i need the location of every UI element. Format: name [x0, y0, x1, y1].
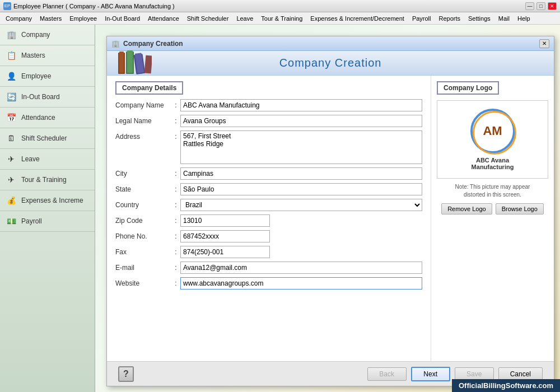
phone-label: Phone No. — [115, 230, 171, 240]
brand-text: OfficialBillingSoftware.com — [459, 381, 553, 390]
sidebar-item-employee[interactable]: 👤 Employee — [0, 66, 95, 87]
sidebar-item-attendance[interactable]: 📅 Attendance — [0, 108, 95, 128]
window-controls: — □ ✕ — [525, 2, 557, 10]
company-name-input[interactable] — [180, 99, 422, 111]
dialog-body: Company Details Company Name : Legal Nam… — [107, 76, 554, 361]
fax-row: Fax : — [115, 246, 422, 258]
menu-tour[interactable]: Tour & Training — [258, 14, 306, 23]
brand-bar: OfficialBillingSoftware.com — [452, 379, 560, 392]
city-input[interactable] — [180, 167, 422, 180]
dialog-header: Company Creation — [107, 51, 554, 76]
title-bar: EP Employee Planner ( Company - ABC Avan… — [0, 0, 560, 12]
menu-masters[interactable]: Masters — [36, 14, 65, 23]
sidebar-label-tour: Tour & Training — [21, 176, 67, 184]
dialog-title-bar: 🏢 Company Creation ✕ — [107, 36, 554, 51]
company-icon: 🏢 — [6, 29, 17, 40]
address-label: Address — [115, 130, 171, 141]
sidebar-item-inout[interactable]: 🔄 In-Out Board — [0, 87, 95, 108]
dialog-close-button[interactable]: ✕ — [539, 39, 549, 48]
menu-reports[interactable]: Reports — [436, 14, 464, 23]
email-input[interactable] — [180, 262, 422, 274]
address-row: Address : 567, First Street Rattles Ridg… — [115, 130, 422, 164]
company-name-label: Company Name — [115, 99, 171, 109]
main-layout: 🏢 Company 📋 Masters 👤 Employee 🔄 In-Out … — [0, 25, 560, 392]
address-input[interactable]: 567, First Street Rattles Ridge — [180, 130, 422, 164]
logo-note: Note: This picture may appeardistorted i… — [437, 183, 548, 199]
expenses-icon: 💰 — [6, 195, 17, 206]
menu-help[interactable]: Help — [514, 14, 534, 23]
country-select[interactable]: Brazil USA India — [180, 199, 422, 211]
sidebar-item-tour[interactable]: ✈ Tour & Training — [0, 170, 95, 190]
zip-code-label: Zip Code — [115, 214, 171, 225]
sidebar-item-payroll[interactable]: 💵 Payroll — [0, 211, 95, 232]
minimize-button[interactable]: — — [525, 2, 534, 10]
menu-expenses[interactable]: Expenses & Increment/Decrement — [307, 14, 408, 23]
menu-settings[interactable]: Settings — [465, 14, 494, 23]
leave-icon: ✈ — [6, 153, 17, 165]
state-label: State — [115, 183, 171, 193]
sidebar-label-shift: Shift Scheduler — [21, 134, 67, 142]
dialog-title-text: Company Creation — [123, 40, 183, 48]
svg-rect-3 — [127, 50, 133, 73]
state-input[interactable] — [180, 183, 422, 195]
sidebar-item-shift[interactable]: 🗓 Shift Scheduler — [0, 128, 95, 149]
menu-shift[interactable]: Shift Scheduler — [184, 14, 232, 23]
sidebar-label-leave: Leave — [21, 155, 40, 163]
company-name-row: Company Name : — [115, 99, 422, 111]
menu-bar: Company Masters Employee In-Out Board At… — [0, 12, 560, 25]
website-input[interactable] — [180, 277, 422, 290]
employee-icon: 👤 — [6, 71, 17, 82]
sidebar-item-leave[interactable]: ✈ Leave — [0, 149, 95, 170]
phone-row: Phone No. : — [115, 230, 422, 242]
zip-code-row: Zip Code : — [115, 214, 422, 227]
sidebar-label-payroll: Payroll — [21, 217, 42, 225]
save-button[interactable]: Save — [455, 367, 494, 381]
maximize-button[interactable]: □ — [536, 2, 545, 10]
close-button[interactable]: ✕ — [548, 2, 557, 10]
back-button[interactable]: Back — [367, 367, 407, 381]
menu-mail[interactable]: Mail — [495, 14, 513, 23]
sidebar-label-employee: Employee — [21, 72, 51, 80]
logo-buttons: Remove Logo Browse Logo — [437, 203, 548, 214]
dialog-icon: 🏢 — [111, 40, 120, 48]
shift-icon: 🗓 — [6, 133, 17, 144]
website-row: Website : — [115, 277, 422, 290]
menu-payroll[interactable]: Payroll — [409, 14, 435, 23]
dialog-header-icon — [118, 50, 152, 77]
phone-input[interactable] — [180, 230, 270, 242]
email-row: E-mail : — [115, 262, 422, 274]
fax-label: Fax — [115, 246, 171, 256]
logo-section-header: Company Logo — [437, 81, 499, 95]
legal-name-label: Legal Name — [115, 115, 171, 125]
fax-input[interactable] — [180, 246, 270, 258]
country-label: Country — [115, 199, 171, 209]
menu-company[interactable]: Company — [2, 14, 35, 23]
browse-logo-button[interactable]: Browse Logo — [496, 203, 544, 214]
sidebar-label-attendance: Attendance — [21, 114, 55, 122]
sidebar-label-expenses: Expenses & Increme — [21, 197, 83, 204]
menu-employee[interactable]: Employee — [66, 14, 100, 23]
masters-icon: 📋 — [6, 50, 17, 61]
menu-attendance[interactable]: Attendance — [144, 14, 183, 23]
form-panel: Company Details Company Name : Legal Nam… — [107, 76, 431, 361]
next-button[interactable]: Next — [411, 367, 450, 381]
menu-inout[interactable]: In-Out Board — [101, 14, 143, 23]
sidebar-item-masters[interactable]: 📋 Masters — [0, 45, 95, 66]
payroll-icon: 💵 — [6, 216, 17, 227]
legal-name-row: Legal Name : — [115, 115, 422, 127]
city-label: City — [115, 167, 171, 178]
website-label: Website — [115, 277, 171, 287]
cancel-button[interactable]: Cancel — [498, 367, 543, 381]
remove-logo-button[interactable]: Remove Logo — [441, 203, 492, 214]
sidebar-item-expenses[interactable]: 💰 Expenses & Increme — [0, 190, 95, 211]
logo-panel: Company Logo AM ABC AvanaManufacturing N… — [431, 76, 554, 361]
dialog-header-title: Company Creation — [279, 57, 382, 69]
sidebar-item-company[interactable]: 🏢 Company — [0, 25, 95, 45]
legal-name-input[interactable] — [180, 115, 422, 127]
logo-company-text: ABC AvanaManufacturing — [472, 157, 514, 170]
zip-code-input[interactable] — [180, 214, 270, 227]
help-button[interactable]: ? — [118, 366, 134, 382]
tour-icon: ✈ — [6, 174, 17, 185]
menu-leave[interactable]: Leave — [233, 14, 256, 23]
logo-display: AM ABC AvanaManufacturing — [437, 100, 548, 179]
